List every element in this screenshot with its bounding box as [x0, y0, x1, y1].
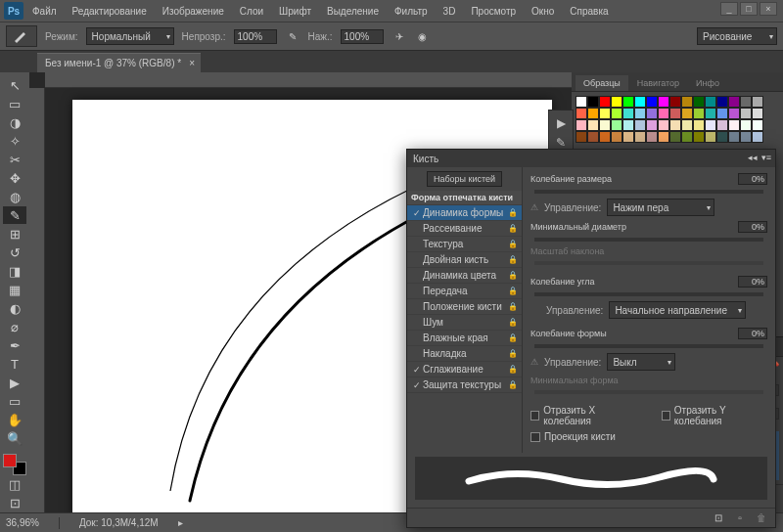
brush-tip-shape-header[interactable]: Форма отпечатка кисти — [407, 191, 522, 205]
color-swatches[interactable] — [3, 454, 26, 475]
swatch[interactable] — [716, 119, 728, 131]
opacity-input[interactable]: 100% — [234, 29, 277, 44]
airbrush-icon[interactable]: ✈ — [392, 28, 407, 44]
brush-presets-icon[interactable]: ▶ — [551, 114, 571, 132]
hand-tool[interactable]: ✋ — [3, 411, 26, 428]
min-diameter-value[interactable]: 0% — [738, 221, 767, 233]
tab-info[interactable]: Инфо — [688, 75, 727, 91]
flow-input[interactable]: 100% — [341, 29, 384, 44]
menu-filter[interactable]: Фильтр — [388, 3, 435, 20]
gradient-tool[interactable]: ▦ — [3, 281, 26, 298]
brush-tool[interactable]: ✎ — [3, 206, 26, 224]
heal-tool[interactable]: ◍ — [3, 188, 26, 205]
swatch[interactable] — [681, 96, 693, 108]
zoom-value[interactable]: 36,96% — [6, 517, 39, 528]
brush-setting-item[interactable]: Передача🔒 — [407, 284, 522, 299]
pressure-size-icon[interactable]: ◉ — [415, 28, 431, 44]
menu-image[interactable]: Изображение — [156, 3, 231, 20]
swatch[interactable] — [658, 131, 669, 143]
control3-dropdown[interactable]: Выкл — [607, 353, 675, 371]
swatch[interactable] — [716, 108, 728, 119]
swatch[interactable] — [740, 96, 752, 108]
checkbox-icon[interactable]: ✓ — [411, 208, 423, 218]
swatch[interactable] — [658, 108, 669, 119]
eraser-tool[interactable]: ◨ — [3, 262, 26, 280]
flip-y-checkbox[interactable]: Отразить Y колебания — [662, 405, 767, 426]
foreground-color[interactable] — [3, 454, 17, 467]
swatch[interactable] — [728, 96, 740, 108]
quickmask-tool[interactable]: ◫ — [3, 476, 26, 494]
status-chevron-icon[interactable]: ▸ — [178, 517, 183, 528]
swatch[interactable] — [740, 108, 752, 119]
type-tool[interactable]: T — [3, 355, 26, 373]
swatch[interactable] — [752, 131, 763, 143]
swatch[interactable] — [646, 96, 658, 108]
swatch[interactable] — [646, 108, 658, 119]
size-jitter-value[interactable]: 0% — [738, 173, 767, 185]
swatch[interactable] — [740, 131, 752, 143]
screenmode-tool[interactable]: ⊡ — [3, 495, 26, 512]
menu-help[interactable]: Справка — [563, 3, 615, 20]
swatch[interactable] — [728, 119, 740, 131]
brush-setting-item[interactable]: Рассеивание🔒 — [407, 221, 522, 237]
menu-window[interactable]: Окно — [525, 3, 561, 20]
swatch[interactable] — [693, 96, 705, 108]
swatch[interactable] — [728, 131, 740, 143]
swatch[interactable] — [705, 119, 716, 131]
shape-tool[interactable]: ▭ — [3, 392, 26, 410]
pen-tool[interactable]: ✒ — [3, 336, 26, 354]
doc-size[interactable]: Док: 10,3M/4,12M — [79, 517, 159, 528]
swatch[interactable] — [705, 131, 716, 143]
zoom-tool[interactable]: 🔍 — [3, 429, 26, 447]
swatch[interactable] — [693, 131, 705, 143]
swatch[interactable] — [576, 108, 587, 119]
swatch[interactable] — [752, 119, 763, 131]
swatch[interactable] — [740, 119, 752, 131]
trash-icon[interactable]: 🗑 — [754, 510, 769, 526]
menu-layers[interactable]: Слои — [233, 3, 270, 20]
tab-swatches[interactable]: Образцы — [576, 75, 628, 91]
swatch[interactable] — [634, 96, 646, 108]
swatch[interactable] — [693, 119, 705, 131]
brush-presets-button[interactable]: Наборы кистей — [427, 171, 502, 187]
menu-view[interactable]: Просмотр — [464, 3, 523, 20]
brush-setting-item[interactable]: Влажные края🔒 — [407, 331, 522, 346]
history-brush-tool[interactable]: ↺ — [3, 244, 26, 261]
maximize-button[interactable]: □ — [740, 2, 758, 16]
swatch[interactable] — [634, 131, 646, 143]
swatch[interactable] — [646, 119, 658, 131]
min-diameter-slider[interactable] — [534, 238, 763, 242]
control2-dropdown[interactable]: Начальное направление — [609, 301, 746, 319]
marquee-tool[interactable]: ▭ — [3, 95, 26, 112]
wand-tool[interactable]: ✧ — [3, 132, 26, 150]
brush-setting-item[interactable]: Накладка🔒 — [407, 346, 522, 362]
brush-setting-item[interactable]: Динамика цвета🔒 — [407, 268, 522, 284]
angle-jitter-value[interactable]: 0% — [738, 276, 767, 288]
swatch[interactable] — [611, 119, 622, 131]
roundness-jitter-value[interactable]: 0% — [738, 328, 767, 339]
swatch[interactable] — [587, 108, 599, 119]
swatch[interactable] — [658, 119, 669, 131]
brush-setting-item[interactable]: ✓Динамика формы🔒 — [407, 205, 522, 221]
menu-file[interactable]: Файл — [25, 3, 64, 20]
panel-menu-icon[interactable]: ▾≡ — [761, 153, 771, 162]
minimize-button[interactable]: _ — [720, 2, 738, 16]
swatch[interactable] — [576, 96, 587, 108]
swatch[interactable] — [599, 96, 611, 108]
brush-setting-item[interactable]: ✓Сглаживание🔒 — [407, 362, 522, 377]
ruler-vertical[interactable] — [29, 88, 45, 512]
workspace-dropdown[interactable]: Рисование — [697, 27, 777, 45]
collapse-icon[interactable]: ◂◂ — [748, 153, 758, 162]
swatch[interactable] — [752, 96, 763, 108]
swatch[interactable] — [681, 131, 693, 143]
brush-panel-header[interactable]: Кисть ◂◂ ▾≡ — [407, 150, 775, 167]
swatch[interactable] — [599, 119, 611, 131]
angle-jitter-slider[interactable] — [534, 292, 763, 296]
swatch[interactable] — [716, 96, 728, 108]
swatch[interactable] — [646, 131, 658, 143]
swatch[interactable] — [669, 108, 681, 119]
stamp-tool[interactable]: ⊞ — [3, 225, 26, 243]
swatch[interactable] — [587, 131, 599, 143]
swatch[interactable] — [658, 96, 669, 108]
menu-3d[interactable]: 3D — [437, 3, 463, 20]
